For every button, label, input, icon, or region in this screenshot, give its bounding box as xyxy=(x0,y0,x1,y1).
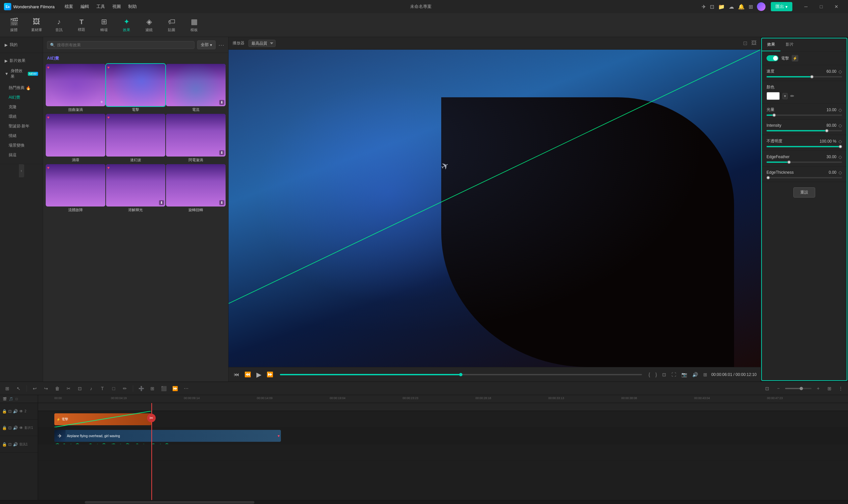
tl-cursor-button[interactable]: ↖ xyxy=(14,384,23,393)
track-2-lock-icon[interactable]: 🔒 xyxy=(2,409,7,414)
volume-icon[interactable]: 🔊 xyxy=(692,372,698,377)
download-icon-7[interactable]: ⬇ xyxy=(159,200,164,205)
tl-mosaic-button[interactable]: ⬛ xyxy=(159,384,168,393)
track-2-volume-icon[interactable]: 🔊 xyxy=(13,409,18,414)
effect-thumb-3[interactable]: ♥ xyxy=(46,114,105,156)
param-speed-reset[interactable]: ◇ xyxy=(838,69,842,74)
quality-select[interactable]: 最高品質 高品質 中等品質 低品質 xyxy=(248,40,276,47)
track-1-volume-icon[interactable]: 🔊 xyxy=(13,426,18,430)
tl-rect-button[interactable]: □ xyxy=(109,384,118,393)
screen-icon[interactable]: ⊡ xyxy=(710,4,714,10)
track-1-eye-icon[interactable]: 👁 xyxy=(19,426,23,430)
tool-title[interactable]: T 標題 xyxy=(70,15,93,35)
add-pip-track-icon[interactable]: ⊡ xyxy=(15,397,18,401)
sidebar-item-scene[interactable]: 場景變換 xyxy=(4,141,43,150)
skip-back-button[interactable]: ⏮ xyxy=(232,370,241,379)
tl-zoom-plus-button[interactable]: ＋ xyxy=(814,384,823,393)
close-button[interactable]: ✕ xyxy=(829,1,844,12)
search-input[interactable] xyxy=(57,43,191,47)
param-edge-thickness-reset[interactable]: ◇ xyxy=(838,170,842,175)
tl-undo-button[interactable]: ↩ xyxy=(30,384,39,393)
tool-template[interactable]: ▦ 模板 xyxy=(183,15,205,35)
sidebar-collapse-button[interactable]: ‹ xyxy=(19,164,24,177)
param-edge-thickness-handle[interactable] xyxy=(766,176,770,179)
sidebar-item-mine[interactable]: ▶ 我的 xyxy=(0,40,43,50)
user-avatar[interactable] xyxy=(757,2,765,11)
color-dropdown-arrow[interactable]: ▾ xyxy=(782,93,788,99)
param-speed-handle[interactable] xyxy=(810,75,814,78)
track-1-lock-icon[interactable]: 🔒 xyxy=(2,426,7,430)
param-edge-feather-slider[interactable] xyxy=(766,162,842,163)
pip-icon[interactable]: ⊡ xyxy=(743,40,747,46)
param-light-slider[interactable] xyxy=(766,114,842,116)
video-clip[interactable]: ✈ Airplane flying overhead, girl waving … xyxy=(54,430,281,442)
tl-snap-button[interactable]: ⊡ xyxy=(763,384,772,393)
sidebar-item-surround[interactable]: 環繞 xyxy=(4,112,43,122)
more-icon[interactable]: ⊞ xyxy=(703,372,707,377)
effect-toggle-switch[interactable] xyxy=(766,55,778,61)
add-video-track-icon[interactable]: 🎬 xyxy=(3,397,6,401)
track-audio-pip-icon[interactable]: ⊡ xyxy=(8,442,12,447)
mark-out-icon[interactable]: } xyxy=(655,372,657,377)
snapshot-icon[interactable]: 🖼 xyxy=(751,40,757,46)
tab-effects[interactable]: 效果 xyxy=(762,38,780,51)
param-edge-thickness-slider[interactable] xyxy=(766,177,842,178)
download-icon-2[interactable]: ⬇ xyxy=(219,100,224,105)
param-opacity-handle[interactable] xyxy=(839,145,842,148)
play-button[interactable]: ▶ xyxy=(255,369,263,380)
param-edge-feather-reset[interactable]: ◇ xyxy=(838,154,842,160)
tl-redo-button[interactable]: ↪ xyxy=(41,384,51,393)
notification-icon[interactable]: 🔔 xyxy=(738,4,745,10)
tl-crop-button[interactable]: ⊡ xyxy=(75,384,85,393)
param-light-reset[interactable]: ◇ xyxy=(838,107,842,112)
track-2-eye-icon[interactable]: 👁 xyxy=(19,409,23,414)
folder-icon[interactable]: 📁 xyxy=(718,4,725,10)
tl-grid-view-button[interactable]: ⊞ xyxy=(825,384,834,393)
effect-thumb-6[interactable]: ♥ xyxy=(46,164,105,206)
effect-thumb-8[interactable]: ⬇ xyxy=(166,164,226,206)
color-swatch[interactable] xyxy=(766,92,780,100)
menu-file[interactable]: 檔案 xyxy=(61,2,76,11)
tool-sticker[interactable]: 🏷 貼圖 xyxy=(160,15,183,35)
eyedropper-icon[interactable]: ✏ xyxy=(790,93,794,98)
sidebar-item-video-effects[interactable]: ▶ 影片效果 xyxy=(0,56,43,66)
add-audio-track-icon[interactable]: 🎵 xyxy=(9,397,13,401)
effect-thumb-1[interactable]: ♥ xyxy=(106,64,166,106)
track-audio-volume-icon[interactable]: 🔊 xyxy=(13,442,18,447)
frame-forward-button[interactable]: ⏩ xyxy=(265,370,275,379)
tool-effects[interactable]: ✦ 效果 xyxy=(115,15,138,35)
tl-paint-button[interactable]: ✏ xyxy=(120,384,129,393)
tl-audio-adj-button[interactable]: ♪ xyxy=(86,384,96,393)
tl-transition-add-button[interactable]: ⊞ xyxy=(148,384,157,393)
tl-layout-button[interactable]: ⊞ xyxy=(3,384,12,393)
more-options-icon[interactable]: ⋯ xyxy=(218,41,224,49)
filter-button[interactable]: 全部 ▾ xyxy=(197,40,215,49)
cloud-icon[interactable]: ☁ xyxy=(729,4,734,10)
sidebar-item-christmas[interactable]: 聖誕節·新年 xyxy=(4,122,43,131)
effect-thumb-2[interactable]: ⬇ xyxy=(166,64,226,106)
menu-view[interactable]: 視圖 xyxy=(109,2,124,11)
grid-icon[interactable]: ⊞ xyxy=(749,4,753,10)
progress-bar[interactable] xyxy=(280,374,642,375)
maximize-button[interactable]: □ xyxy=(814,1,829,12)
download-icon-5[interactable]: ⬇ xyxy=(219,150,224,155)
scissors-icon[interactable]: ✂ xyxy=(147,414,156,422)
tl-add-media-button[interactable]: ➕ xyxy=(137,384,146,393)
param-intensity-handle[interactable] xyxy=(825,129,828,132)
effect-thumb-5[interactable]: ⬇ xyxy=(166,114,226,156)
sidebar-item-emotion[interactable]: 情緒 xyxy=(4,131,43,141)
sidebar-item-popular[interactable]: 熱門推薦 🔥 xyxy=(4,83,43,93)
menu-help[interactable]: 制助 xyxy=(125,2,140,11)
effect-thumb-4[interactable]: ♥ xyxy=(106,114,166,156)
tl-text-button[interactable]: T xyxy=(98,384,107,393)
tl-speed-button[interactable]: ⏩ xyxy=(170,384,179,393)
sidebar-item-clone[interactable]: 克隆 xyxy=(4,102,43,112)
param-intensity-reset[interactable]: ◇ xyxy=(838,123,842,128)
reset-all-button[interactable]: 重設 xyxy=(793,187,815,198)
tool-media[interactable]: 🎬 媒體 xyxy=(3,15,25,35)
download-icon-8[interactable]: ⬇ xyxy=(219,200,224,205)
tool-audio[interactable]: ♪ 音訊 xyxy=(48,15,70,35)
sidebar-item-ai[interactable]: AI幻覺 xyxy=(4,93,43,102)
tool-material[interactable]: 🖼 素材庫 xyxy=(25,15,48,35)
menu-edit[interactable]: 編輯 xyxy=(77,2,92,11)
